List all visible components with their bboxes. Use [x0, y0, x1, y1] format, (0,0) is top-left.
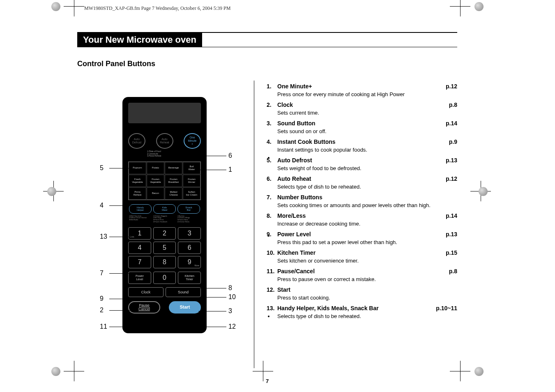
number-key: 6 [178, 242, 201, 254]
instant-cook-grid: PopcornPotatoBeverageBoil WaterFresh Veg… [128, 161, 201, 200]
list-item: 10.Kitchen Timerp.15Sets kitchen or conv… [267, 249, 457, 265]
callout-number: 3 [228, 307, 232, 315]
list-item: 7.Number ButtonsSets cooking times or am… [267, 194, 457, 210]
list-item: 13.Handy Helper, Kids Meals, Snack Barp.… [267, 305, 457, 321]
callout-number: 13 [100, 233, 107, 240]
list-item: 6.Auto Reheatp.12Selects type of dish to… [267, 175, 457, 191]
instant-cook-cell: Frozen Breakfast [165, 175, 182, 187]
one-minute-button: One Minute + [184, 133, 201, 149]
display-screen [128, 103, 201, 123]
number-key: 5 [153, 242, 176, 254]
instant-cook-cell: Potato [147, 162, 164, 174]
crop-mark [450, 0, 470, 16]
number-key: 2 [153, 227, 176, 240]
auto-reheat-button: Auto Reheat [156, 133, 173, 149]
instant-cook-cell: Boil Water [183, 162, 200, 174]
callout-number: 6 [228, 152, 232, 159]
list-item: 3.Sound Buttonp.14Sets sound on or off. [267, 120, 457, 136]
crop-knob [47, 187, 56, 196]
crop-knob [479, 187, 488, 196]
callout-number: 1 [228, 166, 232, 173]
sound-key: Sound [166, 287, 201, 297]
callout-number: 8 [228, 284, 232, 292]
number-key: 4 [128, 242, 151, 254]
list-item: 8.More/Lessp.14Increase or decrease cook… [267, 212, 457, 228]
crop-knob [474, 2, 484, 11]
list-item: 2.Clockp.8Sets current time. [267, 101, 457, 118]
instant-cook-cell: Melted Cheese [165, 187, 182, 200]
clock-key: Clock [128, 287, 164, 297]
crop-knob [51, 2, 60, 11]
kitchen-timer-key: Kitchen Timer [178, 272, 201, 284]
number-key: 1Less [128, 227, 151, 240]
number-key: 7 [128, 256, 151, 268]
callout-number: 7 [100, 270, 104, 277]
callout-number: 9 [100, 295, 104, 302]
control-panel: Auto Defrost Auto Reheat One Minute + 1.… [122, 97, 207, 333]
list-item: 11.Pause/Cancelp.8Press to pause oven or… [267, 268, 457, 284]
list-item: 5.Auto Defrostp.13Sets weight of food to… [267, 157, 457, 173]
section-subtitle: Control Panel Buttons [77, 60, 457, 68]
list-item: 12.StartPress to start cooking. [267, 286, 457, 302]
instant-cook-cell: Beverage [165, 162, 182, 174]
list-item: 9.Power Levelp.13Press this pad to set a… [267, 231, 457, 247]
instant-cook-cell: Soften Ice Cream [183, 187, 200, 200]
helper-button: Handy Helper [129, 204, 152, 214]
number-key: 3 [178, 227, 201, 240]
reheat-subtext: 1.Plate of Food 2.Casserole 3.Pasta Rehe… [147, 150, 201, 157]
instant-cook-cell: Fresh Vegetable [129, 175, 146, 187]
helper-subtext: 1.Nachos 2.Chicken Wings 3.Potato Skins … [177, 215, 200, 223]
crop-mark [64, 0, 84, 16]
instant-cook-cell: Frozen Vegetable [147, 175, 164, 187]
start-button: Start [169, 301, 201, 314]
instant-cook-cell: Pizza Reheat [129, 187, 146, 200]
helper-button: Snack Bar [177, 204, 200, 214]
zero-key: 0 [153, 272, 176, 284]
callout-number: 4 [100, 202, 104, 209]
helper-sub-row: 1.Melt Chocolate 2.Soften Cream Cheese 3… [128, 215, 201, 223]
number-key: 9More [178, 256, 201, 268]
list-item: 1.One Minute+p.12Press once for every mi… [267, 83, 457, 99]
page-number: 7 [77, 378, 457, 384]
instant-cook-cell: Frozen Dinner [183, 175, 200, 187]
callout-number: 5 [100, 164, 104, 172]
crop-knob [51, 367, 60, 376]
callout-number: 12 [228, 323, 236, 330]
pause-cancel-button: Pause Cancel [128, 301, 160, 314]
helper-button: Kids Meal [153, 204, 176, 214]
helper-subtext: 1.Melt Chocolate 2.Soften Cream Cheese 3… [129, 215, 152, 223]
list-item: 4.Instant Cook Buttonsp.9Instant setting… [267, 138, 457, 154]
instant-cook-cell: Bacon [147, 187, 164, 200]
header-path: MW1980STD_XAP-GB.fm Page 7 Wednesday, Oc… [84, 5, 230, 12]
margin-dot [268, 316, 269, 317]
page-title: Your New Microwave oven [77, 32, 457, 47]
callout-number: 2 [100, 307, 104, 314]
margin-dot [268, 157, 269, 159]
number-keypad: 1Less23456789More [128, 227, 201, 268]
number-key: 8 [153, 256, 176, 268]
callout-number: 10 [228, 293, 236, 301]
margin-dot [268, 235, 269, 237]
helper-row: Handy HelperKids MealSnack Bar [128, 204, 201, 214]
helper-subtext: 1.Chicken Nuggets 2.Hot Dogs 3.French Fr… [153, 215, 176, 223]
callout-number: 11 [100, 323, 107, 330]
button-descriptions: 1.One Minute+p.12Press once for every mi… [267, 83, 457, 321]
auto-defrost-button: Auto Defrost [128, 133, 145, 149]
crop-knob [474, 367, 484, 376]
